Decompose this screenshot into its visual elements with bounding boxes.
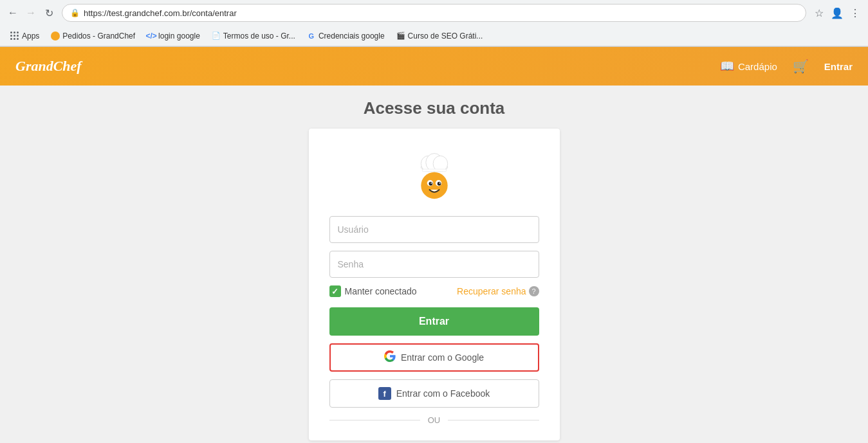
svg-point-8 bbox=[437, 182, 441, 186]
facebook-signin-button[interactable]: f Entrar com o Facebook bbox=[329, 379, 539, 408]
apps-grid-icon bbox=[10, 32, 19, 41]
form-options: ✓ Manter conectado Recuperar senha ? bbox=[329, 285, 539, 297]
senha-group bbox=[329, 251, 539, 278]
login-card: ✓ Manter conectado Recuperar senha ? Ent… bbox=[309, 129, 560, 440]
bookmark-apps-label: Apps bbox=[22, 32, 39, 41]
manter-checkbox[interactable]: ✓ bbox=[329, 285, 341, 297]
browser-actions: ☆ 👤 ⋮ bbox=[811, 5, 863, 21]
reload-button[interactable]: ↻ bbox=[41, 5, 57, 21]
svg-rect-11 bbox=[422, 169, 447, 172]
google-signin-button[interactable]: Entrar com o Google bbox=[329, 343, 539, 372]
nav-entrar-label[interactable]: Entrar bbox=[824, 61, 853, 72]
mascot-container bbox=[329, 149, 539, 201]
nav-buttons: ← → ↻ bbox=[5, 5, 57, 21]
manter-conectado-label[interactable]: ✓ Manter conectado bbox=[329, 285, 417, 297]
bookmarks-bar: Apps Pedidos - GrandChef </> login googl… bbox=[0, 26, 868, 46]
bookmark-pedidos-label: Pedidos - GrandChef bbox=[62, 32, 135, 41]
profile-button[interactable]: 👤 bbox=[829, 5, 845, 21]
forward-button[interactable]: → bbox=[23, 5, 39, 21]
svg-point-10 bbox=[439, 183, 440, 184]
page-title: Acesse sua conta bbox=[364, 98, 505, 118]
senha-input[interactable] bbox=[329, 251, 539, 278]
divider-right bbox=[448, 420, 539, 420]
menu-button[interactable]: ⋮ bbox=[847, 5, 863, 21]
browser-chrome: ← → ↻ 🔒 https://test.grandchef.com.br/co… bbox=[0, 0, 868, 47]
back-button[interactable]: ← bbox=[5, 5, 21, 21]
google-signin-text: Entrar com o Google bbox=[401, 352, 484, 363]
usuario-input[interactable] bbox=[329, 216, 539, 243]
facebook-icon: f bbox=[378, 387, 391, 400]
bookmark-curso-label: Curso de SEO Gráti... bbox=[408, 32, 483, 41]
recuperar-senha-text: Recuperar senha bbox=[457, 286, 526, 296]
login-google-favicon: </> bbox=[147, 32, 156, 41]
entrar-button[interactable]: Entrar bbox=[329, 307, 539, 336]
google-icon bbox=[384, 350, 396, 365]
bookmark-login-google[interactable]: </> login google bbox=[142, 30, 205, 42]
help-icon: ? bbox=[529, 286, 539, 296]
bookmark-termos-label: Termos de uso - Gr... bbox=[223, 32, 295, 41]
nav-cart-icon[interactable]: 🛒 bbox=[793, 59, 809, 74]
credenciais-favicon: G bbox=[307, 32, 316, 41]
svg-point-7 bbox=[429, 182, 432, 186]
facebook-signin-text: Entrar com o Facebook bbox=[396, 388, 490, 399]
ou-text: OU bbox=[428, 415, 441, 425]
pedidos-favicon bbox=[51, 32, 60, 41]
bookmark-curso-seo[interactable]: 🎬 Curso de SEO Gráti... bbox=[391, 30, 488, 42]
usuario-group bbox=[329, 216, 539, 243]
site-header: GrandChef 📖 Cardápio 🛒 Entrar bbox=[0, 47, 868, 86]
bookmark-apps[interactable]: Apps bbox=[5, 30, 44, 42]
page-content: Acesse sua conta bbox=[0, 86, 868, 443]
bookmark-credenciais-label: Credenciais google bbox=[319, 32, 385, 41]
address-bar[interactable]: 🔒 https://test.grandchef.com.br/conta/en… bbox=[62, 4, 806, 22]
termos-favicon: 📄 bbox=[212, 32, 221, 41]
svg-point-9 bbox=[430, 183, 432, 184]
bookmark-login-label: login google bbox=[158, 32, 200, 41]
bookmark-pedidos[interactable]: Pedidos - GrandChef bbox=[46, 30, 140, 42]
browser-toolbar: ← → ↻ 🔒 https://test.grandchef.com.br/co… bbox=[0, 0, 868, 26]
curso-favicon: 🎬 bbox=[396, 32, 405, 41]
bookmark-termos[interactable]: 📄 Termos de uso - Gr... bbox=[207, 30, 300, 42]
manter-conectado-text: Manter conectado bbox=[345, 286, 417, 296]
ou-divider: OU bbox=[329, 415, 539, 425]
mascot-logo bbox=[409, 149, 460, 201]
nav-cardapio-label: Cardápio bbox=[738, 61, 777, 72]
divider-left bbox=[329, 420, 420, 420]
star-button[interactable]: ☆ bbox=[811, 5, 827, 21]
bookmark-credenciais[interactable]: G Credenciais google bbox=[302, 30, 390, 42]
svg-point-4 bbox=[421, 172, 447, 199]
book-icon: 📖 bbox=[720, 59, 734, 73]
url-text: https://test.grandchef.com.br/conta/entr… bbox=[84, 8, 237, 18]
header-nav: 📖 Cardápio 🛒 Entrar bbox=[720, 59, 853, 74]
site-logo[interactable]: GrandChef bbox=[15, 58, 82, 75]
lock-icon: 🔒 bbox=[70, 8, 80, 17]
nav-cardapio[interactable]: 📖 Cardápio bbox=[720, 59, 777, 73]
recuperar-senha-link[interactable]: Recuperar senha ? bbox=[457, 286, 539, 296]
check-icon: ✓ bbox=[331, 287, 338, 296]
